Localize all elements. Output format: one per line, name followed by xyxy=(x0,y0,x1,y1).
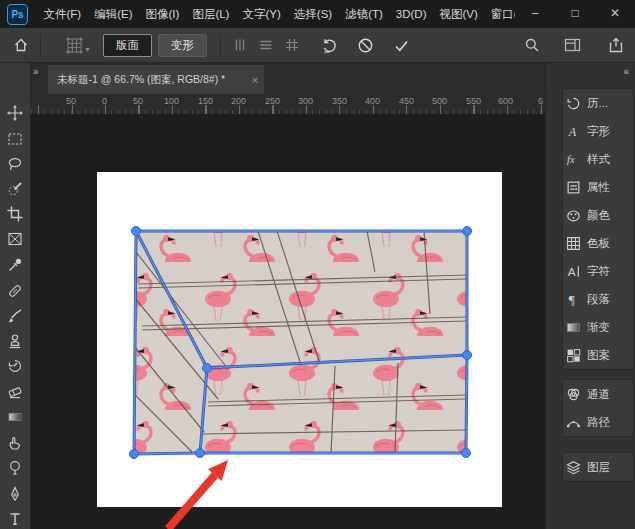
move-tool-icon[interactable] xyxy=(7,105,23,121)
panel-item-character[interactable]: A 字符 xyxy=(563,257,633,285)
panel-label: 字形 xyxy=(587,124,610,139)
properties-icon xyxy=(566,180,581,195)
warp-handle-top-left[interactable] xyxy=(132,227,141,236)
gradient-tool-icon[interactable] xyxy=(7,409,23,425)
cancel-icon[interactable] xyxy=(353,32,379,58)
canvas-viewport[interactable] xyxy=(30,114,545,529)
panel-item-glyphs[interactable]: A 字形 xyxy=(563,117,633,145)
tool-caret-icon: ▼ xyxy=(84,46,91,53)
warp-handle-inner[interactable] xyxy=(203,364,212,373)
ruler-tick-label: 150 xyxy=(198,96,213,106)
layers-icon xyxy=(566,460,581,475)
options-bar: ▼ 版面 变形 xyxy=(0,28,635,63)
menu-view[interactable]: 视图(V) xyxy=(433,0,484,28)
warp-handle-mid-right[interactable] xyxy=(463,351,472,360)
svg-text:A: A xyxy=(568,124,577,138)
minimize-button[interactable]: – xyxy=(515,0,555,28)
svg-text:A: A xyxy=(568,264,576,277)
close-button[interactable]: ✕ xyxy=(595,0,635,28)
panel-label: 路径 xyxy=(587,415,610,430)
document-tab-bar: » 未标题-1 @ 66.7% (图案, RGB/8#) * × xyxy=(30,62,545,95)
panel-label: 渐变 xyxy=(587,320,610,335)
collapse-panel-chevron-icon[interactable]: « xyxy=(623,66,628,77)
commit-icon[interactable] xyxy=(389,32,415,58)
tab-overflow-chevron-icon[interactable]: » xyxy=(33,66,38,77)
ruler-tick-label: 350 xyxy=(332,96,347,106)
photoshop-logo: Ps xyxy=(7,4,28,25)
warp-mode-button[interactable]: 变形 xyxy=(158,34,207,57)
home-icon[interactable] xyxy=(8,32,34,58)
document-tab[interactable]: 未标题-1 @ 66.7% (图案, RGB/8#) * × xyxy=(48,65,264,94)
pen-tool-icon[interactable] xyxy=(7,486,23,502)
warp-handle-bottom-right[interactable] xyxy=(462,449,471,458)
menu-layer[interactable]: 图层(L) xyxy=(186,0,236,28)
horizontal-split-icon[interactable] xyxy=(253,32,279,58)
menu-type[interactable]: 文字(Y) xyxy=(236,0,287,28)
reset-icon[interactable] xyxy=(317,32,343,58)
dodge-tool-icon[interactable] xyxy=(7,460,23,476)
flamingo-pattern-image[interactable] xyxy=(130,226,472,458)
grid-icon[interactable] xyxy=(279,32,305,58)
character-icon: A xyxy=(566,264,581,279)
ruler-tick-label: 50 xyxy=(133,96,143,106)
channels-icon xyxy=(566,387,581,402)
rectangular-marquee-tool-icon[interactable] xyxy=(7,131,23,147)
menu-image[interactable]: 图像(I) xyxy=(139,0,186,28)
menu-edit[interactable]: 编辑(E) xyxy=(88,0,139,28)
canvas[interactable] xyxy=(30,166,545,529)
warp-handle-top-right[interactable] xyxy=(463,227,472,236)
vertical-split-icon[interactable] xyxy=(227,32,253,58)
maximize-button[interactable]: □ xyxy=(555,0,595,28)
tools-panel xyxy=(0,62,31,529)
smudge-tool-icon[interactable] xyxy=(7,435,23,451)
panel-item-layers[interactable]: 图层 xyxy=(563,453,633,481)
panel-item-channels[interactable]: 通道 xyxy=(563,380,633,408)
gradient-icon xyxy=(566,320,581,335)
quick-selection-tool-icon[interactable] xyxy=(7,181,23,197)
menu-3d[interactable]: 3D(D) xyxy=(389,0,433,28)
spot-healing-brush-tool-icon[interactable] xyxy=(7,283,23,299)
ruler-tick-label: 500 xyxy=(432,96,447,106)
tab-close-icon[interactable]: × xyxy=(246,74,264,86)
panel-item-color[interactable]: 颜色 xyxy=(563,201,633,229)
ruler-tick-label: 50 xyxy=(66,96,76,106)
warp-handle-bottom-mid[interactable] xyxy=(196,449,205,458)
panel-label: 图案 xyxy=(587,348,610,363)
panel-item-swatches[interactable]: 色板 xyxy=(563,229,633,257)
ruler-tick-label: 550 xyxy=(466,96,481,106)
panel-item-properties[interactable]: 属性 xyxy=(563,173,633,201)
menu-select[interactable]: 选择(S) xyxy=(287,0,338,28)
panel-label: 字符 xyxy=(587,264,610,279)
frame-tool-icon[interactable] xyxy=(7,231,23,247)
panel-label: 色板 xyxy=(587,236,610,251)
clone-stamp-tool-icon[interactable] xyxy=(7,333,23,349)
panel-label: 通道 xyxy=(587,387,610,402)
type-tool-icon[interactable] xyxy=(7,511,23,527)
panel-label: 颜色 xyxy=(587,208,610,223)
brush-tool-icon[interactable] xyxy=(7,308,23,324)
horizontal-ruler: 50 0 50 100 150 200 250 300 350 400 450 … xyxy=(30,94,545,115)
workspace-icon[interactable] xyxy=(559,32,585,58)
panel-item-paths[interactable]: 路径 xyxy=(563,408,633,436)
menu-filter[interactable]: 滤镜(T) xyxy=(339,0,390,28)
warp-handle-bottom-left[interactable] xyxy=(130,450,139,459)
paths-icon xyxy=(566,415,581,430)
panel-item-paragraph[interactable]: ¶ 段落 xyxy=(563,285,633,313)
crop-tool-icon[interactable] xyxy=(7,206,23,222)
panel-item-patterns[interactable]: 图案 xyxy=(563,341,633,369)
panel-item-history[interactable]: 历... xyxy=(563,89,633,117)
menu-file[interactable]: 文件(F) xyxy=(37,0,88,28)
eyedropper-tool-icon[interactable] xyxy=(7,257,23,273)
menu-bar: Ps 文件(F) 编辑(E) 图像(I) 图层(L) 文字(Y) 选择(S) 滤… xyxy=(0,0,635,28)
window-controls: – □ ✕ xyxy=(515,0,635,28)
color-icon xyxy=(566,208,581,223)
panel-item-gradients[interactable]: 渐变 xyxy=(563,313,633,341)
share-icon[interactable] xyxy=(603,32,629,58)
panel-item-styles[interactable]: fx 样式 xyxy=(563,145,633,173)
search-icon[interactable] xyxy=(519,32,545,58)
eraser-tool-icon[interactable] xyxy=(7,383,23,399)
layout-mode-button[interactable]: 版面 xyxy=(103,34,152,57)
history-brush-tool-icon[interactable] xyxy=(7,358,23,374)
lasso-tool-icon[interactable] xyxy=(7,156,23,172)
ruler-tick-label: 100 xyxy=(164,96,179,106)
